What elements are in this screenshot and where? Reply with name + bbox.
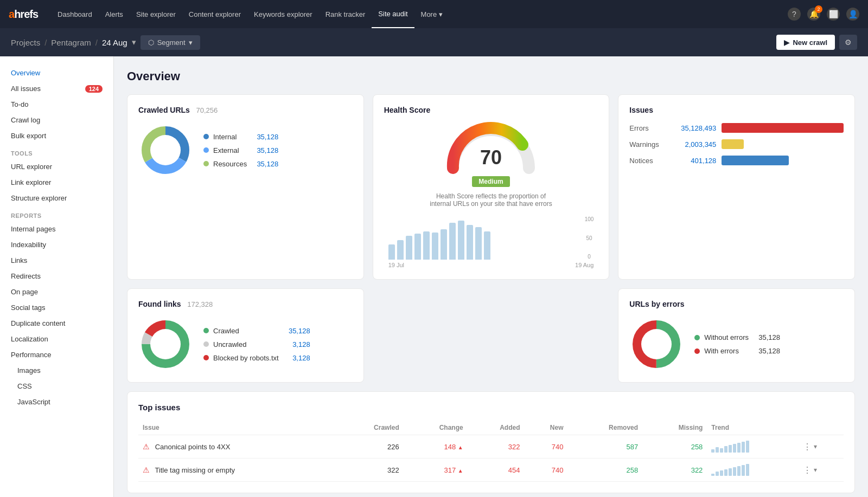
- main-layout: Overview All issues 124 To-do Crawl log …: [0, 56, 868, 497]
- dots-button-2[interactable]: ⋮: [803, 465, 812, 475]
- chevron-button-1[interactable]: ▾: [814, 443, 817, 450]
- chevron-button-2[interactable]: ▾: [814, 466, 817, 474]
- breadcrumb-sep1: /: [44, 38, 47, 47]
- legend-uncrawled: Uncrawled 3,128: [203, 340, 310, 348]
- blocked-value[interactable]: 3,128: [283, 354, 310, 362]
- errors-value[interactable]: 35,128,493: [678, 124, 716, 132]
- legend-external: External 35,128: [203, 146, 278, 154]
- sidebar-internal-pages[interactable]: Internal pages: [0, 221, 113, 237]
- top-issues-table: Issue Crawled Change Added New Removed M…: [138, 421, 844, 482]
- sidebar-social-tags[interactable]: Social tags: [0, 300, 113, 315]
- breadcrumb: Projects / Pentagram / 24 Aug ▾ ⬡ Segmen…: [11, 35, 200, 50]
- sidebar-overview[interactable]: Overview: [0, 65, 113, 81]
- user-icon[interactable]: 👤: [846, 8, 859, 21]
- sidebar-all-issues[interactable]: All issues 124: [0, 81, 113, 96]
- trend-bar: [724, 446, 727, 453]
- col-issue: Issue: [138, 421, 337, 435]
- legend-resources: Resources 35,128: [203, 160, 278, 168]
- health-bar-chart: 100 50 0: [384, 216, 598, 260]
- nav-keywords-explorer[interactable]: Keywords explorer: [247, 0, 319, 28]
- nav-dashboard[interactable]: Dashboard: [51, 0, 99, 28]
- breadcrumb-date[interactable]: 24 Aug: [102, 38, 127, 47]
- internal-value[interactable]: 35,128: [251, 133, 278, 141]
- nav-rank-tracker[interactable]: Rank tracker: [319, 0, 372, 28]
- crawled-urls-header: Crawled URLs 70,256: [138, 106, 353, 114]
- spacer-middle: [373, 288, 610, 383]
- breadcrumb-pentagram[interactable]: Pentagram: [51, 38, 91, 47]
- new-crawl-button[interactable]: ▶ New crawl: [776, 35, 835, 50]
- col-removed: Removed: [568, 421, 643, 435]
- all-issues-badge: 124: [85, 85, 103, 93]
- segment-chevron: ▾: [189, 38, 193, 47]
- health-bar: [484, 231, 490, 260]
- sidebar-crawl-log[interactable]: Crawl log: [0, 112, 113, 128]
- nav-content-explorer[interactable]: Content explorer: [182, 0, 247, 28]
- nav-more[interactable]: More ▾: [414, 0, 449, 28]
- trend-bar: [746, 464, 749, 476]
- breadcrumb-projects[interactable]: Projects: [11, 38, 40, 47]
- notices-value[interactable]: 401,128: [678, 157, 716, 165]
- nav-links: Dashboard Alerts Site explorer Content e…: [51, 0, 788, 28]
- sidebar-indexability[interactable]: Indexability: [0, 237, 113, 253]
- resources-value[interactable]: 35,128: [251, 160, 278, 168]
- breadcrumb-date-chevron[interactable]: ▾: [132, 37, 136, 47]
- svg-point-11: [641, 329, 672, 359]
- warnings-item: Warnings 2,003,345: [629, 139, 844, 149]
- col-crawled: Crawled: [337, 421, 404, 435]
- top-issues-card: Top issues Issue Crawled Change Added Ne…: [127, 391, 855, 493]
- sidebar-structure-explorer[interactable]: Structure explorer: [0, 190, 113, 206]
- blocked-dot: [203, 355, 209, 360]
- sidebar-todo[interactable]: To-do: [0, 96, 113, 112]
- sidebar-javascript[interactable]: JavaScript: [0, 394, 113, 410]
- uncrawled-value[interactable]: 3,128: [283, 340, 310, 348]
- sidebar-redirects[interactable]: Redirects: [0, 268, 113, 284]
- y-label-100: 100: [585, 216, 594, 222]
- issue-name-2: ⚠ Title tag missing or empty: [138, 459, 337, 482]
- sidebar-localization[interactable]: Localization: [0, 331, 113, 347]
- col-new: New: [525, 421, 568, 435]
- crawled-val-2: 322: [337, 459, 404, 482]
- sidebar-url-explorer[interactable]: URL explorer: [0, 159, 113, 175]
- trend-bar: [724, 469, 727, 476]
- nav-site-explorer[interactable]: Site explorer: [130, 0, 182, 28]
- issue-label-2[interactable]: Title tag missing or empty: [155, 466, 235, 474]
- trend-bar: [733, 467, 736, 476]
- health-score-title: Health Score: [384, 106, 598, 114]
- sidebar-on-page[interactable]: On page: [0, 284, 113, 300]
- urls-by-errors-legend: Without errors 35,128 With errors 35,128: [694, 333, 780, 355]
- dots-button-1[interactable]: ⋮: [803, 442, 812, 452]
- errors-bar-wrap: [722, 123, 844, 133]
- settings-button[interactable]: ⚙: [839, 35, 857, 50]
- trend-bar: [742, 465, 745, 476]
- help-icon[interactable]: ?: [788, 8, 801, 21]
- sidebar-images[interactable]: Images: [0, 363, 113, 378]
- nav-site-audit[interactable]: Site audit: [372, 0, 414, 28]
- sidebar-links[interactable]: Links: [0, 253, 113, 268]
- external-label: External: [213, 146, 239, 154]
- sidebar-css[interactable]: CSS: [0, 378, 113, 394]
- trend-1: [707, 435, 799, 459]
- errors-bar: [722, 123, 844, 133]
- new-val-2: 740: [525, 459, 568, 482]
- x-label-aug: 19 Aug: [575, 262, 593, 268]
- segment-button[interactable]: ⬡ Segment ▾: [141, 35, 200, 50]
- without-errors-dot: [694, 335, 700, 340]
- crawled-value[interactable]: 35,128: [283, 327, 310, 335]
- sidebar-link-explorer[interactable]: Link explorer: [0, 175, 113, 190]
- nav-alerts[interactable]: Alerts: [99, 0, 130, 28]
- sidebar-performance[interactable]: Performance: [0, 347, 113, 363]
- warnings-value[interactable]: 2,003,345: [678, 140, 716, 149]
- notifications-icon[interactable]: 🔔 2: [807, 8, 820, 21]
- error-icon-1: ⚠: [143, 442, 150, 451]
- logo[interactable]: ahrefs: [9, 8, 38, 21]
- display-icon[interactable]: ⬜: [827, 8, 840, 21]
- change-arrow-2: ▲: [458, 468, 463, 474]
- health-badge: Medium: [472, 176, 509, 187]
- trend-bar: [720, 448, 723, 453]
- sidebar-bulk-export[interactable]: Bulk export: [0, 128, 113, 144]
- sidebar-duplicate-content[interactable]: Duplicate content: [0, 315, 113, 331]
- added-val-2: 454: [468, 459, 525, 482]
- issue-label-1[interactable]: Canonical points to 4XX: [155, 443, 231, 451]
- urls-by-errors-card: URLs by errors Without errors 35,128: [618, 288, 855, 383]
- external-value[interactable]: 35,128: [251, 146, 278, 154]
